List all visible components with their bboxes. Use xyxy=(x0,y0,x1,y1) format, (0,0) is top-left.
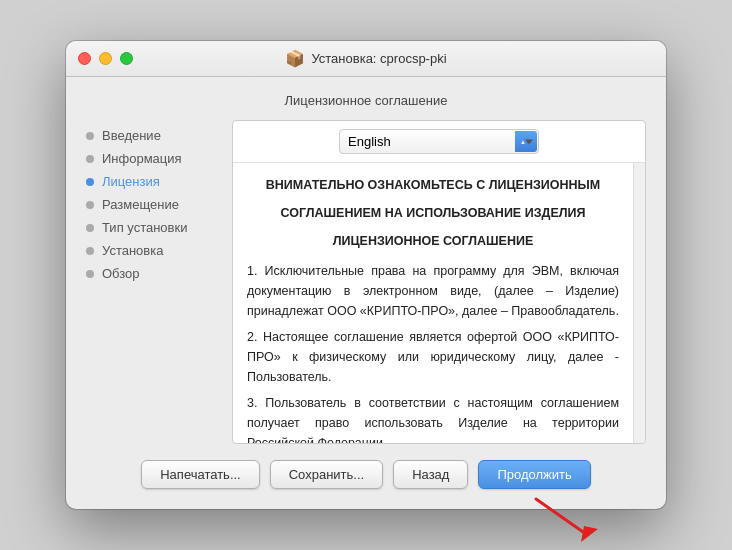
sidebar-dot-intro xyxy=(86,132,94,140)
sidebar-label-info: Информация xyxy=(102,151,182,166)
language-selector-row: English Русский xyxy=(233,121,645,163)
license-p1: 1. Исключительные права на программу для… xyxy=(247,261,619,321)
svg-marker-1 xyxy=(581,526,598,542)
print-button[interactable]: Напечатать... xyxy=(141,460,260,489)
sidebar-dot-install-type xyxy=(86,224,94,232)
section-title: Лицензионное соглашение xyxy=(86,93,646,108)
main-panel: English Русский ВНИМАТЕЛЬНО ОЗНАКОМЬТЕСЬ… xyxy=(232,120,646,444)
save-button[interactable]: Сохранить... xyxy=(270,460,383,489)
continue-button[interactable]: Продолжить xyxy=(478,460,590,489)
footer-buttons: Напечатать... Сохранить... Назад Продолж… xyxy=(86,444,646,489)
sidebar-label-review: Обзор xyxy=(102,266,140,281)
sidebar-dot-license xyxy=(86,178,94,186)
sidebar-item-install-type[interactable]: Тип установки xyxy=(86,216,216,239)
sidebar-item-info[interactable]: Информация xyxy=(86,147,216,170)
content-area: Введение Информация Лицензия Размещение … xyxy=(86,120,646,444)
sidebar-item-install[interactable]: Установка xyxy=(86,239,216,262)
sidebar-dot-info xyxy=(86,155,94,163)
sidebar-item-review[interactable]: Обзор xyxy=(86,262,216,285)
sidebar-label-placement: Размещение xyxy=(102,197,179,212)
language-select[interactable]: English Русский xyxy=(339,129,539,154)
svg-line-0 xyxy=(536,499,586,534)
sidebar-item-intro[interactable]: Введение xyxy=(86,124,216,147)
sidebar-label-install-type: Тип установки xyxy=(102,220,187,235)
sidebar: Введение Информация Лицензия Размещение … xyxy=(86,120,216,444)
language-select-wrapper[interactable]: English Русский xyxy=(339,129,539,154)
sidebar-dot-review xyxy=(86,270,94,278)
license-text[interactable]: ВНИМАТЕЛЬНО ОЗНАКОМЬТЕСЬ С ЛИЦЕНЗИОННЫМ … xyxy=(233,163,633,443)
minimize-button[interactable] xyxy=(99,52,112,65)
window-body: Лицензионное соглашение Введение Информа… xyxy=(66,77,666,509)
sidebar-item-placement[interactable]: Размещение xyxy=(86,193,216,216)
arrow-indicator xyxy=(526,494,606,544)
license-p2: 2. Настоящее соглашение является офертой… xyxy=(247,327,619,387)
window-title: 📦 Установка: cprocsp-pki xyxy=(285,49,446,68)
maximize-button[interactable] xyxy=(120,52,133,65)
scrollbar[interactable] xyxy=(633,163,645,443)
installer-window: 📦 Установка: cprocsp-pki Лицензионное со… xyxy=(66,41,666,509)
sidebar-label-intro: Введение xyxy=(102,128,161,143)
license-text-container: ВНИМАТЕЛЬНО ОЗНАКОМЬТЕСЬ С ЛИЦЕНЗИОННЫМ … xyxy=(233,163,645,443)
sidebar-dot-placement xyxy=(86,201,94,209)
sidebar-item-license[interactable]: Лицензия xyxy=(86,170,216,193)
license-heading-2: СОГЛАШЕНИЕМ НА ИСПОЛЬЗОВАНИЕ ИЗДЕЛИЯ xyxy=(247,203,619,223)
license-subheading: ЛИЦЕНЗИОННОЕ СОГЛАШЕНИЕ xyxy=(247,231,619,251)
app-icon: 📦 xyxy=(285,49,305,68)
traffic-lights xyxy=(78,52,133,65)
titlebar: 📦 Установка: cprocsp-pki xyxy=(66,41,666,77)
sidebar-dot-install xyxy=(86,247,94,255)
close-button[interactable] xyxy=(78,52,91,65)
sidebar-label-license: Лицензия xyxy=(102,174,160,189)
license-heading-1: ВНИМАТЕЛЬНО ОЗНАКОМЬТЕСЬ С ЛИЦЕНЗИОННЫМ xyxy=(247,175,619,195)
license-p3: 3. Пользователь в соответствии с настоящ… xyxy=(247,393,619,443)
back-button[interactable]: Назад xyxy=(393,460,468,489)
sidebar-label-install: Установка xyxy=(102,243,163,258)
